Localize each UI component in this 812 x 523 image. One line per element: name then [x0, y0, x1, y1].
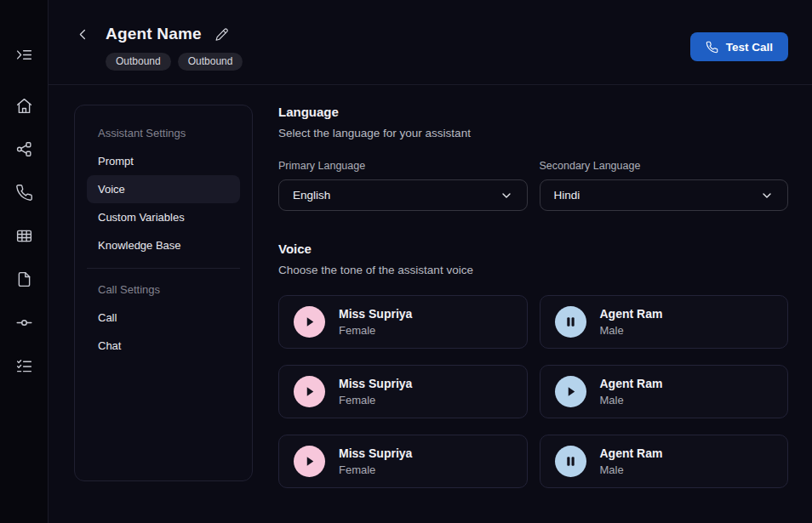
nav-item-knowledge-base[interactable]: Knowledge Base: [87, 231, 240, 259]
voice-name: Miss Supriya: [339, 446, 412, 460]
pause-icon: [563, 453, 579, 469]
language-fields: Primary Language English Secondary Langu…: [278, 160, 788, 211]
language-field: Primary Language English: [278, 160, 528, 211]
nav-section-heading: Call Settings: [87, 276, 240, 304]
voice-card[interactable]: Miss Supriya Female: [278, 365, 528, 418]
voice-gender: Male: [600, 394, 663, 406]
voice-name: Agent Ram: [600, 307, 663, 321]
voice-card[interactable]: Miss Supriya Female: [278, 295, 528, 349]
chevron-down-icon: [760, 189, 774, 202]
select-value: English: [293, 189, 330, 202]
voice-info: Agent Ram Male: [600, 377, 663, 406]
main-column: Language Select the language for your as…: [278, 105, 788, 523]
voice-card[interactable]: Agent Ram Male: [540, 365, 789, 418]
play-icon: [563, 384, 579, 400]
language-select[interactable]: English: [278, 179, 528, 211]
voice-info: Miss Supriya Female: [339, 377, 412, 406]
test-call-button[interactable]: Test Call: [690, 32, 788, 61]
content-area: Assistant Settings PromptVoiceCustom Var…: [49, 85, 812, 523]
voice-gender: Male: [600, 463, 663, 476]
status-badge: Outbound: [178, 53, 243, 71]
play-icon: [301, 314, 317, 330]
phone-icon: [706, 41, 718, 54]
nav-item-voice[interactable]: Voice: [87, 175, 240, 203]
play-button[interactable]: [294, 446, 325, 477]
nav-items: CallChat: [87, 304, 240, 360]
field-label: Primary Language: [278, 160, 528, 172]
settings-nav-sections: Assistant Settings PromptVoiceCustom Var…: [87, 119, 240, 360]
language-section-title: Language: [278, 105, 788, 119]
pause-button[interactable]: [555, 446, 586, 477]
play-icon: [301, 384, 317, 400]
checklist-icon[interactable]: [12, 354, 36, 378]
language-select[interactable]: Hindi: [540, 179, 789, 211]
language-section: Language Select the language for your as…: [278, 105, 788, 211]
voice-card[interactable]: Agent Ram Male: [540, 295, 789, 349]
nav-section: Call Settings CallChat: [87, 268, 240, 360]
edit-button[interactable]: [214, 27, 229, 42]
pencil-icon: [214, 27, 229, 42]
slider-icon[interactable]: [12, 310, 36, 334]
voice-card[interactable]: Agent Ram Male: [540, 435, 789, 488]
voice-gender: Female: [339, 463, 412, 476]
page-title: Agent Name: [106, 24, 202, 44]
voice-name: Miss Supriya: [339, 307, 412, 321]
field-label: Secondary Language: [540, 160, 789, 172]
nav-section: Assistant Settings PromptVoiceCustom Var…: [87, 119, 240, 259]
play-icon: [301, 453, 317, 469]
header-left: Agent Name Outbound Outbound: [77, 24, 243, 71]
document-icon[interactable]: [12, 267, 36, 291]
nav-item-prompt[interactable]: Prompt: [87, 147, 240, 175]
back-button[interactable]: [77, 24, 94, 44]
voice-info: Agent Ram Male: [600, 446, 663, 476]
sidebar-nav: [0, 0, 49, 523]
collapse-menu-icon[interactable]: [12, 43, 36, 66]
nav-item-custom-variables[interactable]: Custom Variables: [87, 203, 240, 231]
voice-gender: Female: [339, 394, 412, 406]
home-icon[interactable]: [12, 94, 36, 117]
chevron-left-icon: [77, 28, 89, 41]
badges-row: Outbound Outbound: [106, 53, 243, 71]
voice-section: Voice Choose the tone of the assistant v…: [278, 242, 788, 488]
play-button[interactable]: [294, 376, 325, 407]
settings-panel: Assistant Settings PromptVoiceCustom Var…: [74, 105, 253, 481]
phone-icon[interactable]: [12, 180, 36, 204]
nav-item-call[interactable]: Call: [87, 304, 240, 332]
voice-gender: Female: [339, 324, 412, 337]
voice-name: Miss Supriya: [339, 377, 412, 390]
workflow-icon[interactable]: [12, 137, 36, 161]
voice-section-subtitle: Choose the tone of the assistant voice: [278, 264, 788, 276]
voice-info: Miss Supriya Female: [339, 307, 412, 337]
play-button[interactable]: [294, 306, 325, 338]
test-call-label: Test Call: [726, 41, 773, 54]
voice-info: Agent Ram Male: [600, 307, 663, 337]
voice-info: Miss Supriya Female: [339, 446, 412, 476]
pause-icon: [563, 314, 579, 330]
voice-gender: Male: [600, 324, 663, 337]
chevron-down-icon: [500, 189, 513, 202]
page-header: Agent Name Outbound Outbound Test Call: [49, 0, 812, 85]
voice-cards-grid: Miss Supriya Female Agent Ram Male Miss …: [278, 295, 788, 488]
nav-item-chat[interactable]: Chat: [87, 332, 240, 360]
table-icon[interactable]: [12, 224, 36, 247]
main-area: Agent Name Outbound Outbound Test Call A…: [49, 0, 812, 523]
voice-name: Agent Ram: [600, 377, 663, 390]
language-field: Secondary Language Hindi: [540, 160, 789, 211]
play-button[interactable]: [555, 376, 586, 407]
status-badge: Outbound: [106, 53, 171, 71]
voice-name: Agent Ram: [600, 446, 663, 460]
voice-card[interactable]: Miss Supriya Female: [278, 435, 528, 488]
nav-items: PromptVoiceCustom VariablesKnowledge Bas…: [87, 147, 240, 259]
voice-section-title: Voice: [278, 242, 788, 256]
language-section-subtitle: Select the language for your assistant: [278, 127, 788, 139]
select-value: Hindi: [554, 189, 580, 202]
nav-section-heading: Assistant Settings: [87, 119, 240, 147]
pause-button[interactable]: [555, 306, 586, 338]
